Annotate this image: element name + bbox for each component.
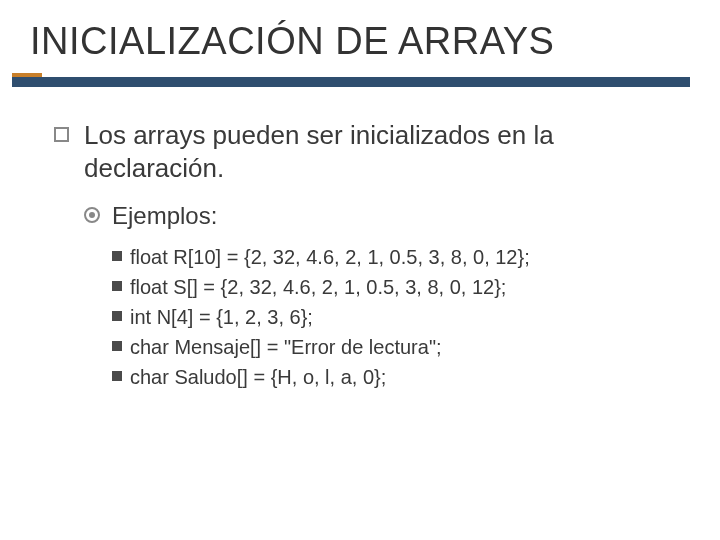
list-item: int N[4] = {1, 2, 3, 6};: [112, 302, 680, 332]
examples-list: float R[10] = {2, 32, 4.6, 2, 1, 0.5, 3,…: [112, 242, 680, 392]
slide-title: INICIALIZACIÓN DE ARRAYS: [0, 0, 720, 73]
list-item: char Saludo[] = {H, o, l, a, 0};: [112, 362, 680, 392]
examples-heading: Ejemplos:: [84, 202, 680, 230]
intro-text: Los arrays pueden ser inicializados en l…: [54, 119, 680, 184]
list-item: float R[10] = {2, 32, 4.6, 2, 1, 0.5, 3,…: [112, 242, 680, 272]
list-item: float S[] = {2, 32, 4.6, 2, 1, 0.5, 3, 8…: [112, 272, 680, 302]
slide: INICIALIZACIÓN DE ARRAYS Los arrays pued…: [0, 0, 720, 540]
list-item: char Mensaje[] = "Error de lectura";: [112, 332, 680, 362]
content-area: Los arrays pueden ser inicializados en l…: [0, 87, 720, 392]
title-underline: [12, 77, 690, 87]
